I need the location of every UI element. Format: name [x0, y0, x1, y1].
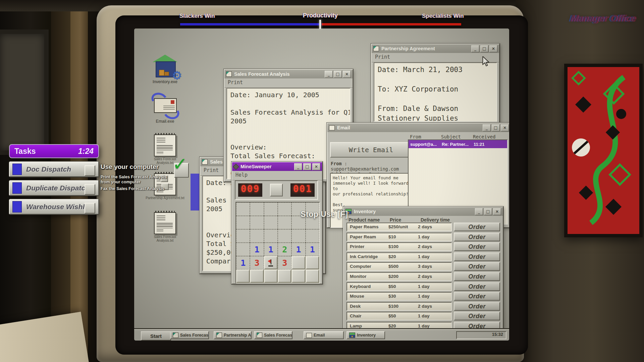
taskbar-button-partnership-a[interactable]: Partnership A	[214, 331, 252, 339]
email-list-row-selected[interactable]: support@a... Re: Partner... 11:21	[409, 140, 507, 148]
mine-cell-revealed[interactable]	[291, 229, 305, 243]
computer-screen[interactable]: ⚙Inventory.exeEmail.exeSales Forecast An…	[134, 28, 509, 341]
mine-cell-hidden[interactable]	[291, 269, 305, 283]
minimize-button[interactable]: _	[471, 45, 479, 52]
mine-cell-revealed[interactable]	[264, 229, 278, 243]
mine-cell-number[interactable]: 3	[250, 256, 264, 269]
mine-cell-revealed[interactable]	[264, 202, 278, 216]
title-bar[interactable]: Partnership Agreement _ □ ×	[372, 44, 499, 53]
mine-cell-hidden[interactable]	[306, 269, 319, 283]
taskbar-button-label: Sales Forecas	[180, 333, 208, 338]
menu-bar[interactable]: Print	[224, 78, 353, 88]
order-button[interactable]: Order	[454, 282, 500, 291]
product-bar: Chair$501 day	[346, 312, 452, 320]
write-email-button[interactable]: Write Email	[330, 142, 412, 158]
product-bar: Monitor$2002 days	[346, 272, 452, 281]
document-icon	[173, 333, 178, 338]
title-bar[interactable]: Inventory _ □ ×	[344, 207, 503, 216]
print-menu[interactable]: Print	[204, 167, 219, 173]
mine-cell-number[interactable]: 1	[264, 243, 278, 256]
row-received: 11:21	[474, 142, 507, 147]
mine-cell-hidden[interactable]	[264, 269, 278, 283]
desktop-icon-inventory-exe[interactable]: ⚙Inventory.exe	[146, 55, 184, 84]
mine-cell-number[interactable]: 1	[250, 243, 264, 256]
print-menu[interactable]: Print	[375, 54, 390, 60]
column-subject: Subject	[441, 134, 461, 139]
window-inventory[interactable]: Inventory _ □ × Product name Price Deliv…	[343, 206, 503, 333]
product-bar: Computer$5003 days	[346, 262, 452, 271]
inventory-row-paper-reams: Paper Reams$250/unit2 daysOrder	[346, 223, 500, 231]
product-delivery: 3 days	[418, 264, 432, 269]
mail-icon	[329, 125, 335, 130]
mine-cell-revealed[interactable]	[236, 202, 250, 216]
productivity-marker	[319, 20, 321, 29]
order-button[interactable]: Order	[454, 302, 500, 311]
order-button[interactable]: Order	[454, 252, 500, 261]
task-item-doc-dispatch: Doc Dispatch	[9, 162, 99, 177]
order-button[interactable]: Order	[454, 233, 500, 241]
maximize-button[interactable]: □	[484, 208, 492, 215]
help-menu[interactable]: Help	[235, 172, 248, 178]
maximize-button[interactable]: □	[334, 71, 342, 78]
menu-bar[interactable]: Print	[372, 53, 499, 63]
close-button[interactable]: ×	[489, 45, 497, 52]
mine-cell-number[interactable]: 1	[236, 256, 250, 269]
mine-cell-hidden[interactable]	[278, 269, 291, 283]
taskbar-button-inventory[interactable]: Inventory	[346, 331, 385, 339]
mine-cell-revealed[interactable]	[278, 229, 291, 243]
close-button[interactable]: ×	[343, 71, 351, 78]
inventory-row-monitor: Monitor$2002 daysOrder	[346, 272, 500, 281]
maximize-button[interactable]: □	[492, 124, 500, 131]
window-partnership-agreement[interactable]: Partnership Agreement _ □ × Print Date: …	[371, 44, 500, 124]
smiley-button[interactable]	[270, 184, 283, 196]
mine-cell-revealed[interactable]	[236, 216, 250, 229]
taskbar-button-email[interactable]: Email	[304, 331, 344, 339]
order-button[interactable]: Order	[454, 262, 500, 271]
inventory-row-printer: Printer$1002 daysOrder	[346, 242, 500, 251]
mine-cell-revealed[interactable]	[264, 216, 278, 229]
mine-cell-hidden[interactable]	[236, 269, 250, 283]
window-minesweeper[interactable]: MineSweeper _ □ × Help 009 001 11211133	[231, 162, 323, 284]
column-delivery-time: Delivery time	[421, 217, 450, 223]
menu-bar[interactable]: Help	[232, 171, 322, 181]
mine-cell-number[interactable]: 1	[291, 243, 305, 256]
taskbar-button-sales-forecas[interactable]: Sales Forecas	[254, 331, 292, 339]
title-bar[interactable]: Email _ □ ×	[327, 123, 509, 132]
order-button[interactable]: Order	[454, 312, 500, 320]
close-button[interactable]: ×	[312, 163, 320, 170]
mine-cell-revealed[interactable]	[250, 216, 264, 229]
taskbar-button-sales-forecas[interactable]: Sales Forecas	[170, 331, 209, 339]
close-button[interactable]: ×	[501, 124, 509, 131]
mine-cell-revealed[interactable]	[250, 229, 264, 243]
minimize-button[interactable]: _	[294, 163, 302, 170]
task-item-duplicate-dispatch: Duplicate Dispatch	[9, 180, 99, 196]
maximize-button[interactable]: □	[480, 45, 488, 52]
mine-cell-revealed[interactable]	[250, 202, 264, 216]
maximize-button[interactable]: □	[303, 163, 311, 170]
mine-cell-revealed[interactable]	[236, 243, 250, 256]
order-button[interactable]: Order	[454, 223, 500, 231]
print-menu[interactable]: Print	[228, 79, 243, 85]
order-button[interactable]: Order	[454, 292, 500, 301]
title-bar[interactable]: MineSweeper _ □ ×	[232, 162, 322, 171]
start-button[interactable]: Start	[141, 331, 171, 341]
order-button[interactable]: Order	[454, 272, 500, 281]
mine-cell-number[interactable]: 2	[278, 243, 291, 256]
mine-cell-hidden[interactable]	[291, 256, 305, 269]
minimize-button[interactable]: _	[483, 124, 491, 131]
mine-cell-flagged[interactable]	[264, 256, 278, 269]
mine-cell-number[interactable]: 1	[306, 243, 319, 256]
order-button[interactable]: Order	[454, 242, 500, 251]
desktop-icon-sales-forecast-analysis-txt[interactable]: Sales Forecast Analysis.txt	[146, 210, 184, 242]
title-bar[interactable]: Sales Forecast Analysis _ □ ×	[224, 70, 353, 78]
mine-cell-hidden[interactable]	[250, 269, 264, 283]
desktop-icon-email-exe[interactable]: Email.exe	[146, 94, 184, 124]
mine-cell-hidden[interactable]	[306, 256, 319, 269]
mine-cell-revealed[interactable]	[306, 229, 319, 243]
close-button[interactable]: ×	[493, 208, 501, 215]
mine-cell-number[interactable]: 3	[278, 256, 291, 269]
mail-icon	[306, 333, 312, 338]
mine-cell-revealed[interactable]	[236, 229, 250, 243]
minimize-button[interactable]: _	[325, 71, 333, 78]
minimize-button[interactable]: _	[475, 208, 483, 215]
